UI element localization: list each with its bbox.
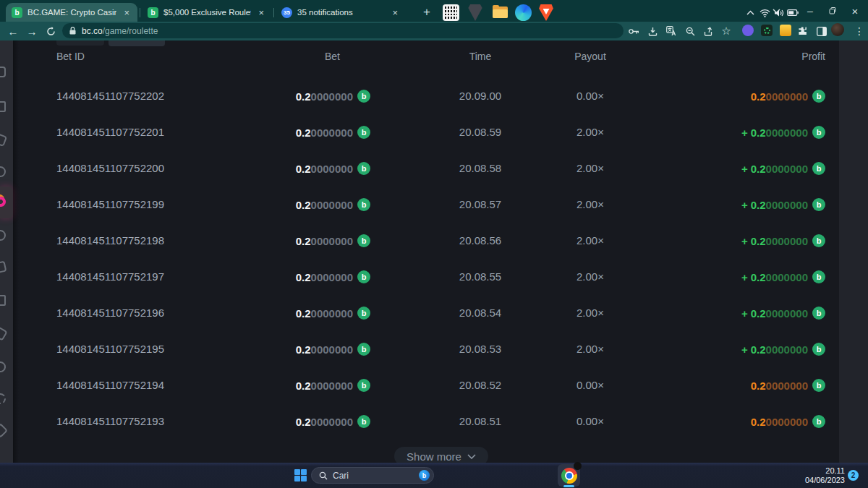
tab-close-icon[interactable]: × bbox=[122, 7, 132, 18]
taskbar-app-shield[interactable] bbox=[464, 0, 486, 25]
sidebar-item-roulette-active[interactable] bbox=[0, 187, 13, 218]
sidebar-icon[interactable] bbox=[0, 230, 6, 241]
windows-taskbar bbox=[0, 463, 868, 488]
lock-icon bbox=[69, 27, 76, 35]
cutoff-tab-button-active[interactable] bbox=[109, 40, 165, 46]
bc-coin-icon: b bbox=[357, 198, 370, 211]
tab-close-icon[interactable]: × bbox=[256, 7, 266, 18]
sidebar-icon[interactable] bbox=[0, 393, 6, 404]
chrome-active-underline bbox=[563, 485, 574, 487]
payout-cell: 0.00× bbox=[518, 78, 663, 114]
tab-title: $5,000 Exclusive Roulette Prestig bbox=[163, 8, 251, 17]
edge-browser-icon[interactable] bbox=[512, 0, 534, 25]
file-explorer-icon[interactable] bbox=[489, 0, 511, 25]
table-row[interactable]: 144081451107752198 0.20000000 b 20.08.56… bbox=[0, 223, 868, 259]
table-row[interactable]: 144081451107752194 0.20000000 b 20.08.52… bbox=[0, 367, 868, 403]
extension-icon-purple[interactable] bbox=[742, 25, 754, 36]
search-icon bbox=[319, 471, 328, 480]
taskbar-search[interactable]: Cari b bbox=[311, 467, 434, 484]
close-window-button[interactable]: × bbox=[844, 0, 866, 22]
bet-amount-cell: 0.20000000 b bbox=[188, 331, 370, 367]
payout-cell: 2.00× bbox=[518, 223, 663, 259]
reload-button[interactable] bbox=[43, 24, 58, 38]
back-button[interactable]: ← bbox=[6, 24, 20, 38]
maximize-button[interactable] bbox=[822, 0, 843, 22]
sidebar-shadow bbox=[13, 40, 19, 463]
taskbar-clock[interactable]: 20.11 04/06/2023 bbox=[794, 466, 845, 485]
extensions-puzzle-icon[interactable] bbox=[796, 24, 810, 38]
tab-close-icon[interactable]: × bbox=[390, 7, 400, 18]
clock-time: 20.11 bbox=[794, 466, 845, 476]
extension-icon-gear[interactable] bbox=[761, 25, 773, 36]
payout-cell: 2.00× bbox=[518, 114, 663, 150]
extension-icon-gold[interactable] bbox=[780, 25, 791, 36]
battery-icon[interactable] bbox=[787, 0, 799, 25]
tab-separator bbox=[273, 8, 274, 17]
table-row[interactable]: 144081451107752202 0.20000000 b 20.09.00… bbox=[0, 78, 868, 114]
bing-icon: b bbox=[419, 470, 430, 481]
browser-tab-notifications[interactable]: 35 35 notifications × bbox=[276, 3, 406, 22]
bc-coin-icon: b bbox=[357, 415, 370, 428]
table-row[interactable]: 144081451107752197 0.20000000 b 20.08.55… bbox=[0, 259, 868, 295]
profit-cell: +0.20000000 b bbox=[643, 259, 825, 295]
table-row[interactable]: 144081451107752199 0.20000000 b 20.08.57… bbox=[0, 187, 868, 223]
taskbar-app-pattern[interactable] bbox=[440, 0, 461, 25]
sidebar-icon[interactable] bbox=[0, 67, 6, 77]
chrome-browser-icon-active[interactable] bbox=[558, 464, 580, 487]
translate-icon[interactable] bbox=[664, 24, 678, 38]
sidebar-icon[interactable] bbox=[0, 295, 6, 306]
sidebar-strip bbox=[0, 40, 13, 463]
zoom-icon[interactable] bbox=[683, 24, 697, 38]
table-row[interactable]: 144081451107752193 0.20000000 b 20.08.51… bbox=[0, 403, 868, 440]
table-row[interactable]: 144081451107752196 0.20000000 b 20.08.54… bbox=[0, 295, 868, 331]
bet-id-cell: 144081451107752195 bbox=[56, 331, 164, 367]
bet-id-cell: 144081451107752194 bbox=[56, 367, 164, 403]
sidebar-icon[interactable] bbox=[0, 101, 6, 112]
bet-id-cell: 144081451107752200 bbox=[56, 150, 164, 187]
side-panel-icon[interactable] bbox=[814, 24, 829, 38]
url-text: bc.co/game/roulette bbox=[82, 26, 158, 36]
bc-coin-icon: b bbox=[357, 343, 370, 356]
bc-coin-icon: b bbox=[812, 307, 825, 320]
password-key-icon[interactable] bbox=[626, 24, 641, 38]
sidebar-icon[interactable] bbox=[0, 133, 7, 147]
brave-browser-icon[interactable] bbox=[535, 0, 557, 25]
download-icon[interactable] bbox=[645, 24, 660, 38]
share-icon[interactable] bbox=[702, 24, 716, 38]
wifi-icon[interactable] bbox=[760, 0, 770, 25]
minimize-button[interactable]: – bbox=[799, 0, 821, 22]
browser-menu-icon[interactable]: ⋮ bbox=[852, 24, 867, 38]
address-bar[interactable]: bc.co/game/roulette bbox=[62, 23, 624, 38]
tray-chevron-up-icon[interactable] bbox=[746, 0, 754, 25]
bet-id-cell: 144081451107752199 bbox=[56, 187, 164, 223]
sidebar-icon[interactable] bbox=[0, 166, 6, 177]
bet-amount-cell: 0.20000000 b bbox=[188, 403, 370, 440]
cutoff-tab-button[interactable] bbox=[56, 40, 104, 46]
header-bet-id: Bet ID bbox=[56, 51, 85, 62]
bet-id-cell: 144081451107752201 bbox=[56, 114, 164, 150]
sidebar-icon[interactable] bbox=[0, 261, 7, 274]
forward-button[interactable]: → bbox=[25, 24, 39, 38]
bet-amount-cell: 0.20000000 b bbox=[188, 114, 370, 150]
bc-coin-icon: b bbox=[357, 90, 370, 103]
bc-coin-icon: b bbox=[357, 126, 370, 139]
profile-avatar[interactable] bbox=[831, 23, 844, 36]
browser-tab-roulette-promo[interactable]: b $5,000 Exclusive Roulette Prestig × bbox=[142, 3, 272, 22]
browser-tab-bcgame[interactable]: b BC.GAME: Crypto Casino Games × bbox=[6, 3, 137, 22]
table-row[interactable]: 144081451107752200 0.20000000 b 20.08.58… bbox=[0, 150, 868, 187]
table-row[interactable]: 144081451107752195 0.20000000 b 20.08.53… bbox=[0, 331, 868, 367]
sidebar-icon[interactable] bbox=[0, 423, 8, 438]
new-tab-button[interactable]: + bbox=[418, 4, 435, 21]
sidebar-icon[interactable] bbox=[0, 361, 6, 372]
start-button[interactable] bbox=[288, 463, 312, 488]
bc-coin-icon: b bbox=[357, 234, 370, 247]
table-row[interactable]: 144081451107752201 0.20000000 b 20.08.59… bbox=[0, 114, 868, 150]
notification-count-badge[interactable]: 2 bbox=[848, 470, 859, 481]
bookmark-star-icon[interactable]: ☆ bbox=[719, 24, 733, 38]
sidebar-icon[interactable] bbox=[0, 326, 8, 341]
bet-amount-cell: 0.20000000 b bbox=[188, 295, 370, 331]
chrome-notification-badge bbox=[574, 462, 582, 470]
bet-id-cell: 144081451107752198 bbox=[56, 223, 164, 259]
volume-icon[interactable] bbox=[774, 0, 784, 25]
table-header: Bet ID Bet Time Payout Profit bbox=[0, 51, 868, 72]
